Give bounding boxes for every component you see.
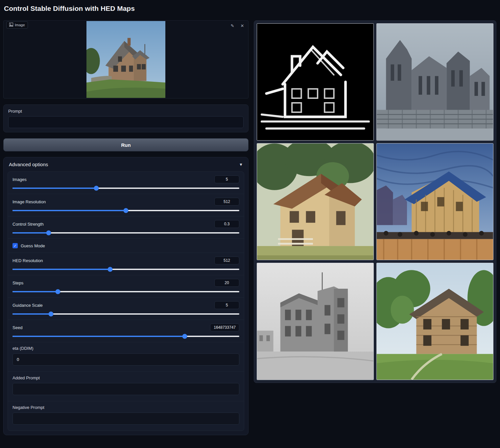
slider-thumb[interactable] [107,267,112,272]
slider-group-seed: Seed 1648733747 [8,320,244,342]
negative-prompt-label: Negative Prompt [12,405,239,410]
clear-image-button[interactable]: ✕ [239,23,246,29]
gallery-image-rustic-house[interactable] [257,143,374,260]
slider-value-guidance-scale[interactable]: 5 [214,301,239,309]
run-button[interactable]: Run [3,138,249,151]
gallery-image-hed-map[interactable] [257,23,374,141]
added-prompt-label: Added Prompt [12,375,239,380]
slider-group-steps: Steps 20 [8,275,244,298]
slider-label: Steps [12,280,23,285]
slider-label: Image Resolution [12,199,46,204]
controls-column: Image ✎ ✕ [3,20,249,435]
slider-thumb[interactable] [49,312,54,317]
output-gallery [254,20,496,383]
check-icon: ✓ [13,244,16,248]
slider-label: Seed [12,325,22,330]
slider-track-control-strength[interactable] [12,232,239,234]
uploaded-image [86,21,165,98]
slider-label: HED Resolution [12,258,43,263]
negative-prompt-input[interactable] [12,413,239,425]
negative-prompt-group: Negative Prompt [8,401,244,431]
guess-mode-checkbox[interactable]: ✓ [12,243,18,248]
image-actions: ✎ ✕ [229,23,246,29]
added-prompt-group: Added Prompt [8,372,244,401]
slider-thumb[interactable] [94,186,99,191]
prompt-input[interactable] [8,116,244,128]
prompt-block: Prompt [3,104,249,132]
image-input-label-tab: Image [6,21,28,29]
gallery-image-house-lawn[interactable] [376,263,493,380]
slider-label: Guidance Scale [12,303,43,308]
added-prompt-input[interactable] [12,383,239,395]
gallery-image-grayscale-building[interactable] [257,263,374,380]
slider-group-guidance-scale: Guidance Scale 5 [8,298,244,320]
slider-thumb[interactable] [56,289,60,294]
slider-thumb[interactable] [124,208,129,213]
image-icon [9,23,13,27]
guess-mode-row: ✓ Guess Mode [8,239,244,253]
gallery-image-cathedral[interactable] [376,23,493,141]
chevron-down-icon: ▼ [239,162,243,167]
slider-value-control-strength[interactable]: 0.3 [214,220,239,228]
slider-thumb[interactable] [182,334,187,339]
slider-track-seed[interactable] [12,336,239,337]
slider-track-steps[interactable] [12,291,239,292]
slider-track-image-resolution[interactable] [12,210,239,211]
eta-group: eta (DDIM) [8,342,244,372]
advanced-options: Advanced options ▼ Images 5 Image Resolu… [3,157,249,435]
slider-group-hed-resolution: HED Resolution 512 [8,253,244,275]
slider-value-images[interactable]: 5 [214,175,239,183]
slider-label: Images [12,177,27,182]
image-input-label: Image [15,23,25,27]
slider-group-images: Images 5 [8,172,244,194]
slider-value-hed-resolution[interactable]: 512 [214,257,239,264]
advanced-options-label: Advanced options [9,162,48,167]
edit-image-button[interactable]: ✎ [229,23,236,29]
slider-track-hed-resolution[interactable] [12,269,239,270]
page-title: Control Stable Diffusion with HED Maps [4,5,135,12]
slider-label: Control Strength [12,222,44,227]
image-input[interactable]: Image ✎ ✕ [3,20,249,99]
slider-value-steps[interactable]: 20 [214,279,239,287]
gallery-image-stylized-painting[interactable] [376,143,493,260]
slider-track-images[interactable] [12,188,239,189]
slider-value-seed[interactable]: 1648733747 [210,324,239,331]
slider-thumb[interactable] [46,231,51,235]
prompt-label: Prompt [8,109,244,114]
slider-group-control-strength: Control Strength 0.3 [8,216,244,239]
slider-track-guidance-scale[interactable] [12,313,239,315]
slider-value-image-resolution[interactable]: 512 [214,198,239,206]
advanced-options-body: Images 5 Image Resolution 512 Contro [8,171,244,431]
eta-label: eta (DDIM) [12,346,239,351]
eta-input[interactable] [12,353,239,366]
guess-mode-label: Guess Mode [21,243,45,248]
advanced-options-header[interactable]: Advanced options ▼ [4,157,248,171]
slider-group-image-resolution: Image Resolution 512 [8,194,244,216]
